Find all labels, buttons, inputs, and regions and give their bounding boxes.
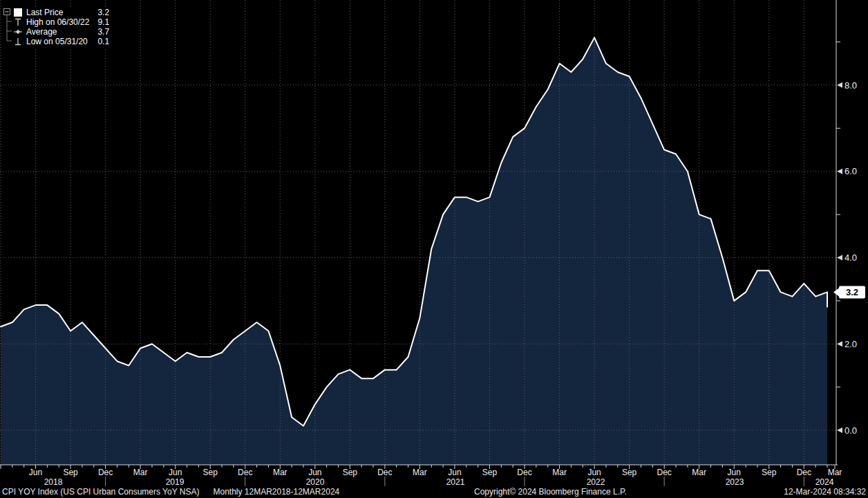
legend-label-average: Average (26, 27, 89, 37)
month-tick-label: Dec (517, 468, 531, 477)
year-label: 2018 (44, 477, 63, 487)
month-tick-label: Dec (797, 468, 811, 477)
month-tick-label: Sep (343, 468, 358, 477)
month-tick-label: Mar (413, 468, 427, 477)
month-tick-label: Mar (273, 468, 287, 477)
chart-date-range: Monthly 12MAR2018-12MAR2024 (213, 486, 339, 497)
y-tick-label: 4.0 (845, 252, 857, 263)
timestamp: 12-Mar-2024 08:34:32 (784, 486, 866, 497)
month-tick-label: Jun (448, 468, 461, 477)
legend-value-low: 0.1 (92, 37, 109, 46)
month-tick-label: Sep (482, 468, 498, 477)
chart-legend: Last Price 3.2 High on 06/30/22 9.1 Aver… (2, 6, 113, 48)
chart-plot-area[interactable]: JunSepDecMarJunSepDecMarJunSepDecMarJunS… (0, 0, 868, 498)
year-label: 2020 (306, 477, 325, 487)
legend-tree (2, 8, 23, 49)
status-bar: CPI YOY Index (US CPI Urban Consumers Yo… (0, 486, 868, 498)
month-tick-label: Mar (552, 468, 567, 477)
legend-value-average: 3.7 (92, 27, 109, 37)
month-tick-label: Dec (238, 468, 252, 477)
y-major-tick (837, 427, 842, 433)
month-tick-label: Sep (63, 468, 78, 477)
legend-value-last-price: 3.2 (92, 8, 109, 17)
month-tick-label: Sep (622, 468, 637, 477)
month-tick-label: Sep (762, 468, 777, 477)
y-tick-label: 8.0 (845, 80, 857, 91)
legend-value-high: 9.1 (92, 17, 109, 27)
legend-label-last-price: Last Price (26, 8, 89, 17)
legend-collapse-icon[interactable] (4, 9, 10, 15)
y-major-tick (837, 82, 842, 88)
month-tick-label: Mar (692, 468, 706, 477)
y-major-tick (837, 255, 842, 261)
chart-description: CPI YOY Index (US CPI Urban Consumers Yo… (2, 486, 339, 497)
month-tick-label: Mar (133, 468, 148, 477)
y-axis-ticks-labels[interactable]: 0.02.04.06.08.0 (836, 42, 857, 436)
legend-label-high: High on 06/30/22 (26, 17, 89, 27)
legend-tree-lines (7, 15, 12, 42)
month-tick-label: Dec (657, 468, 671, 477)
month-tick-label: Dec (98, 468, 113, 477)
month-tick-label: Jun (29, 468, 42, 477)
month-tick-label: Dec (377, 468, 392, 477)
month-tick-label: Mar (828, 468, 842, 477)
y-tick-label: 6.0 (845, 166, 857, 176)
y-tick-label: 2.0 (845, 339, 857, 349)
year-label: 2021 (446, 477, 465, 487)
y-major-tick (837, 169, 842, 174)
area-fill (1, 37, 827, 465)
month-tick-label: Jun (169, 468, 182, 477)
x-axis-labels: JunSepDecMarJunSepDecMarJunSepDecMarJunS… (29, 468, 842, 477)
year-label: 2022 (587, 477, 605, 487)
month-tick-label: Sep (203, 468, 218, 477)
y-tick-label: 0.0 (845, 425, 857, 436)
badge-value: 3.2 (846, 287, 858, 297)
year-label: 2024 (815, 477, 834, 487)
month-tick-label: Jun (587, 468, 601, 477)
legend-label-low: Low on 05/31/20 (26, 37, 89, 46)
copyright-text: Copyright© 2024 Bloomberg Finance L.P. (474, 486, 627, 497)
year-label: 2023 (726, 477, 744, 487)
bloomberg-chart-window: JunSepDecMarJunSepDecMarJunSepDecMarJunS… (0, 0, 868, 498)
last-price-badge: 3.2 (833, 286, 865, 298)
month-tick-label: Jun (728, 468, 741, 477)
y-major-tick (837, 341, 842, 347)
chart-title: CPI YOY Index (US CPI Urban Consumers Yo… (2, 486, 199, 497)
year-axis-row: 2018201920202021202220232024 (44, 477, 834, 487)
year-label: 2019 (166, 477, 185, 487)
month-tick-label: Jun (308, 468, 321, 477)
